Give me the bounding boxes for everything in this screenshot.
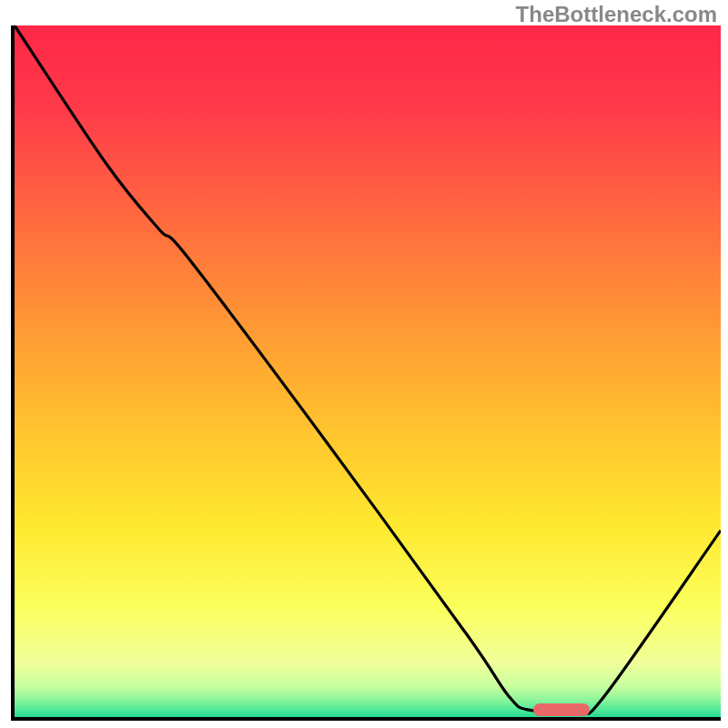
bottleneck-chart: TheBottleneck.com [0,0,728,728]
optimum-range-marker [533,703,590,716]
bottleneck-curve [15,25,721,717]
plot-area [11,25,721,721]
watermark-text: TheBottleneck.com [516,2,717,27]
